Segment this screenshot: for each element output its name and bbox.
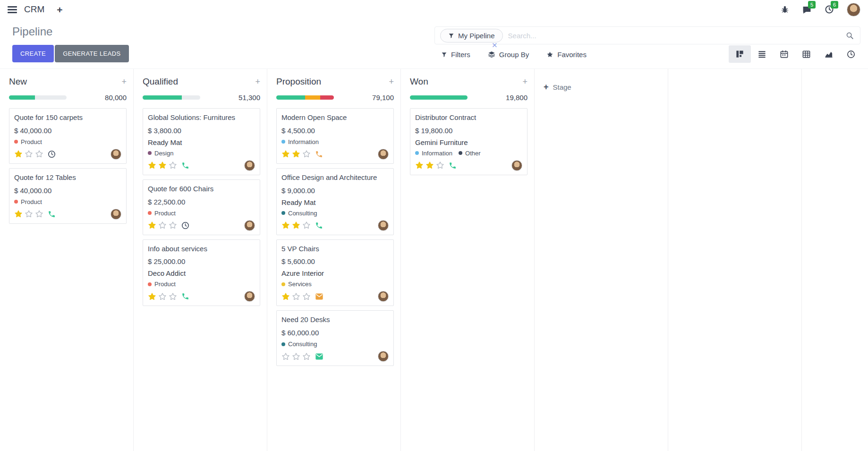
apps-menu-icon[interactable] — [8, 6, 17, 13]
card-amount: $ 3,800.00 — [148, 127, 255, 135]
star-filled-icon[interactable] — [292, 221, 300, 230]
column-progress-bar[interactable] — [143, 95, 200, 100]
column-add-button[interactable]: + — [255, 77, 260, 86]
kanban-card[interactable]: Info about services$ 25,000.00Deco Addic… — [143, 239, 260, 306]
star-filled-icon[interactable] — [158, 161, 167, 170]
tag-dot — [281, 140, 285, 144]
star-empty-icon[interactable] — [169, 221, 177, 230]
filters-menu[interactable]: Filters — [441, 51, 470, 59]
star-empty-icon[interactable] — [292, 352, 300, 361]
view-switch-list[interactable] — [751, 45, 773, 63]
tag-dot — [281, 211, 285, 215]
kanban-card[interactable]: Global Solutions: Furnitures$ 3,800.00Re… — [143, 108, 260, 175]
activities-badge: 6 — [831, 1, 838, 9]
star-filled-icon[interactable] — [415, 161, 424, 170]
star-empty-icon[interactable] — [169, 292, 177, 301]
generate-leads-button[interactable]: GENERATE LEADS — [55, 45, 128, 62]
kanban-card[interactable]: Office Design and Architecture$ 9,000.00… — [276, 168, 394, 235]
star-filled-icon[interactable] — [14, 210, 23, 218]
view-switch-calendar[interactable] — [773, 45, 795, 63]
star-filled-icon[interactable] — [148, 221, 156, 230]
column-add-button[interactable]: + — [522, 77, 528, 86]
view-switch-kanban[interactable] — [729, 45, 751, 63]
card-title: Office Design and Architecture — [281, 173, 389, 182]
column-progress-bar[interactable] — [276, 95, 334, 100]
activity-phone-icon[interactable] — [315, 221, 323, 230]
kanban-card[interactable]: Quote for 150 carpets$ 40,000.00Product — [9, 108, 127, 164]
star-empty-icon[interactable] — [158, 292, 167, 301]
card-title: Distributor Contract — [415, 113, 522, 122]
card-amount: $ 25,000.00 — [148, 257, 255, 265]
kanban-card[interactable]: 5 VP Chairs$ 5,600.00Azure InteriorServi… — [276, 239, 394, 306]
kanban-card[interactable]: Quote for 12 Tables$ 40,000.00Product — [9, 168, 127, 224]
debug-bug-icon[interactable] — [781, 5, 789, 14]
card-partner: Azure Interior — [281, 269, 389, 277]
search-facet-my-pipeline[interactable]: My Pipeline — [440, 29, 503, 43]
activity-clock-icon[interactable] — [48, 150, 56, 158]
card-priority-stars — [14, 150, 43, 158]
star-empty-icon[interactable] — [302, 352, 311, 361]
star-empty-icon[interactable] — [292, 292, 300, 301]
activity-phone-icon[interactable] — [181, 292, 189, 300]
star-filled-icon[interactable] — [281, 292, 290, 301]
messages-icon[interactable]: 5 — [802, 5, 812, 15]
create-button[interactable]: CREATE — [12, 45, 54, 62]
card-tags: Consulting — [281, 340, 389, 348]
progress-segment — [320, 95, 334, 100]
star-empty-icon[interactable] — [35, 150, 43, 158]
messages-badge: 5 — [808, 1, 816, 9]
favorites-menu[interactable]: Favorites — [546, 51, 587, 59]
column-total: 80,000 — [105, 94, 127, 102]
tag-dot — [459, 151, 462, 155]
kanban-ghost-column — [668, 69, 802, 451]
column-add-button[interactable]: + — [389, 77, 394, 86]
activity-phone-icon[interactable] — [315, 150, 323, 158]
search-icon[interactable] — [846, 32, 854, 40]
app-name-menu[interactable]: CRM — [24, 4, 44, 15]
star-empty-icon[interactable] — [302, 221, 311, 230]
kanban-card[interactable]: Need 20 Desks$ 60,000.00Consulting — [276, 310, 394, 366]
activities-clock-icon[interactable]: 6 — [825, 5, 834, 14]
filter-funnel-icon — [441, 51, 447, 58]
star-filled-icon[interactable] — [148, 161, 156, 170]
star-filled-icon[interactable] — [292, 150, 300, 158]
column-add-button[interactable]: + — [121, 77, 127, 86]
activity-clock-icon[interactable] — [181, 221, 189, 230]
kanban-card[interactable]: Distributor Contract$ 19,800.00Gemini Fu… — [410, 108, 528, 175]
star-empty-icon[interactable] — [25, 210, 33, 218]
kanban-card[interactable]: Quote for 600 Chairs$ 22,500.00Product — [143, 179, 260, 235]
card-amount: $ 5,600.00 — [281, 257, 389, 265]
star-empty-icon[interactable] — [169, 161, 177, 170]
column-progress-bar[interactable] — [9, 95, 67, 100]
activity-phone-icon[interactable] — [181, 162, 189, 170]
star-empty-icon[interactable] — [25, 150, 33, 158]
card-amount: $ 9,000.00 — [281, 187, 389, 195]
star-empty-icon[interactable] — [302, 292, 311, 301]
kanban-card[interactable]: Modern Open Space$ 4,500.00Information — [276, 108, 394, 164]
star-empty-icon[interactable] — [281, 352, 290, 361]
card-amount: $ 19,800.00 — [415, 127, 522, 135]
activity-mail-icon[interactable] — [315, 353, 323, 360]
activity-mail-icon[interactable] — [315, 293, 323, 300]
card-footer — [148, 291, 255, 302]
view-switch-activity[interactable] — [840, 45, 862, 63]
add-stage-button[interactable]: + Stage — [544, 83, 661, 91]
star-empty-icon[interactable] — [158, 221, 167, 230]
plus-icon[interactable]: + — [57, 5, 62, 15]
star-filled-icon[interactable] — [425, 161, 434, 170]
column-progress-bar[interactable] — [410, 95, 468, 100]
activity-phone-icon[interactable] — [48, 210, 56, 218]
star-filled-icon[interactable] — [281, 221, 290, 230]
star-filled-icon[interactable] — [14, 150, 23, 158]
view-switch-graph[interactable] — [817, 45, 840, 63]
star-filled-icon[interactable] — [148, 292, 156, 301]
star-empty-icon[interactable] — [436, 161, 444, 170]
activity-phone-icon[interactable] — [449, 162, 457, 170]
star-empty-icon[interactable] — [302, 150, 311, 158]
star-filled-icon[interactable] — [281, 150, 290, 158]
search-input[interactable] — [503, 31, 846, 40]
star-empty-icon[interactable] — [35, 210, 43, 218]
group-by-menu[interactable]: Group By — [488, 51, 529, 59]
user-avatar[interactable] — [847, 3, 860, 17]
view-switch-pivot[interactable] — [795, 45, 817, 63]
